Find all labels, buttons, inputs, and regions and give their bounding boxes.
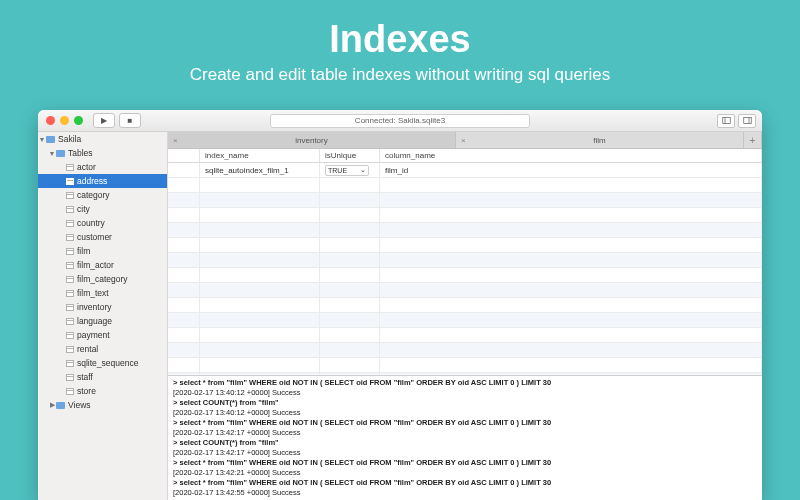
sidebar-table-category[interactable]: category	[38, 188, 167, 202]
col-is-unique[interactable]: isUnique	[320, 149, 380, 162]
empty-row	[168, 268, 762, 283]
console-line: > select COUNT(*) from "film"	[173, 398, 757, 408]
sidebar-table-staff[interactable]: staff	[38, 370, 167, 384]
empty-row	[168, 313, 762, 328]
console-line: [2020-02-17 13:40:12 +0000] Success	[173, 408, 757, 418]
hero-title: Indexes	[0, 18, 800, 61]
empty-row	[168, 178, 762, 193]
close-window-button[interactable]	[46, 116, 55, 125]
sidebar-db-root[interactable]: ▼Sakila	[38, 132, 167, 146]
minimize-window-button[interactable]	[60, 116, 69, 125]
svg-rect-0	[722, 118, 730, 124]
zoom-window-button[interactable]	[74, 116, 83, 125]
console-line: [2020-02-17 13:40:12 +0000] Success	[173, 388, 757, 398]
sidebar-toggle-button[interactable]	[717, 114, 735, 128]
console-line: > select COUNT(*) from "film"	[173, 438, 757, 448]
close-tab-icon[interactable]: ×	[173, 136, 178, 145]
add-tab-button[interactable]: +	[744, 132, 762, 148]
sidebar-table-payment[interactable]: payment	[38, 328, 167, 342]
stop-button[interactable]: ■	[119, 113, 141, 128]
sidebar-table-rental[interactable]: rental	[38, 342, 167, 356]
empty-row	[168, 223, 762, 238]
empty-row	[168, 208, 762, 223]
console-line: [2020-02-17 13:42:17 +0000] Success	[173, 428, 757, 438]
sidebar-tables-folder[interactable]: ▼Tables	[38, 146, 167, 160]
sidebar-table-film_category[interactable]: film_category	[38, 272, 167, 286]
empty-row	[168, 238, 762, 253]
svg-rect-2	[743, 118, 751, 124]
tab-film[interactable]: ×film	[456, 132, 744, 148]
console-line: [2020-02-17 13:42:21 +0000] Success	[173, 468, 757, 478]
hero-subtitle: Create and edit table indexes without wr…	[0, 65, 800, 85]
panel-toggle-button[interactable]	[738, 114, 756, 128]
sidebar-table-country[interactable]: country	[38, 216, 167, 230]
sidebar-table-sqlite_sequence[interactable]: sqlite_sequence	[38, 356, 167, 370]
empty-row	[168, 193, 762, 208]
empty-row	[168, 253, 762, 268]
console-line: [2020-02-17 13:42:17 +0000] Success	[173, 448, 757, 458]
sidebar-table-inventory[interactable]: inventory	[38, 300, 167, 314]
sidebar-table-address[interactable]: address	[38, 174, 167, 188]
titlebar: ▶ ■ Connected: Sakila.sqlite3	[38, 110, 762, 132]
console-line: > select * from "film" WHERE oid NOT IN …	[173, 458, 757, 468]
sql-console[interactable]: > select * from "film" WHERE oid NOT IN …	[168, 375, 762, 500]
col-column-name[interactable]: column_name	[380, 149, 762, 162]
empty-row	[168, 343, 762, 358]
console-line: > select * from "film" WHERE oid NOT IN …	[173, 378, 757, 388]
empty-row	[168, 328, 762, 343]
sidebar-table-film[interactable]: film	[38, 244, 167, 258]
sidebar-table-city[interactable]: city	[38, 202, 167, 216]
console-line: > select * from "film" WHERE oid NOT IN …	[173, 418, 757, 428]
console-line: > select * from "film" WHERE oid NOT IN …	[173, 478, 757, 488]
sidebar-table-film_actor[interactable]: film_actor	[38, 258, 167, 272]
connection-status: Connected: Sakila.sqlite3	[270, 114, 530, 128]
sidebar-views-folder[interactable]: ▶Views	[38, 398, 167, 412]
tab-inventory[interactable]: ×inventory	[168, 132, 456, 148]
sidebar-table-customer[interactable]: customer	[38, 230, 167, 244]
tab-bar: ×inventory×film+	[168, 132, 762, 149]
play-button[interactable]: ▶	[93, 113, 115, 128]
console-line: [2020-02-17 13:42:55 +0000] Success	[173, 488, 757, 498]
col-index-name[interactable]: index_name	[200, 149, 320, 162]
sidebar-table-store[interactable]: store	[38, 384, 167, 398]
sidebar-table-language[interactable]: language	[38, 314, 167, 328]
traffic-lights	[38, 116, 83, 125]
app-window: ▶ ■ Connected: Sakila.sqlite3 ▼Sakila▼Ta…	[38, 110, 762, 500]
index-grid: index_name isUnique column_name sqlite_a…	[168, 149, 762, 375]
empty-row	[168, 298, 762, 313]
is-unique-dropdown[interactable]: TRUE⌄	[325, 165, 369, 176]
index-row[interactable]: sqlite_autoindex_film_1TRUE⌄film_id	[168, 163, 762, 178]
sidebar: ▼Sakila▼Tablesactoraddresscategorycityco…	[38, 132, 168, 500]
sidebar-table-film_text[interactable]: film_text	[38, 286, 167, 300]
close-tab-icon[interactable]: ×	[461, 136, 466, 145]
empty-row	[168, 358, 762, 373]
empty-row	[168, 283, 762, 298]
sidebar-table-actor[interactable]: actor	[38, 160, 167, 174]
